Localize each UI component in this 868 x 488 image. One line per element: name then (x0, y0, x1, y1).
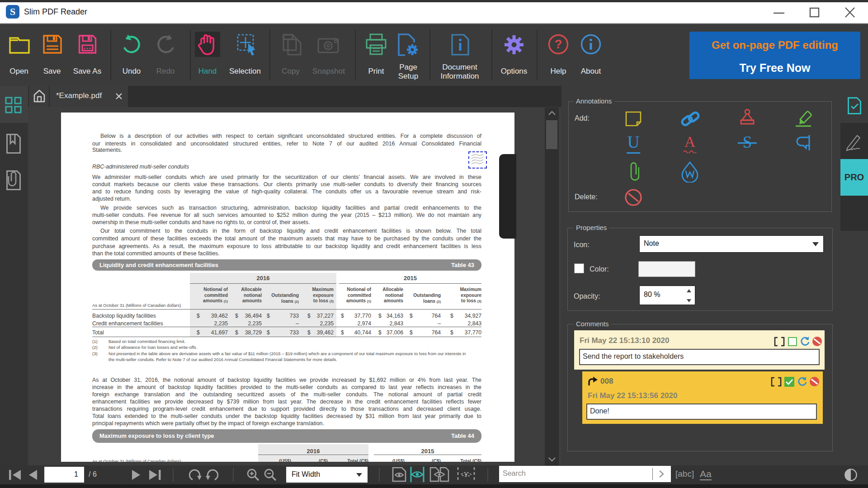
svg-text:?: ? (555, 38, 562, 51)
